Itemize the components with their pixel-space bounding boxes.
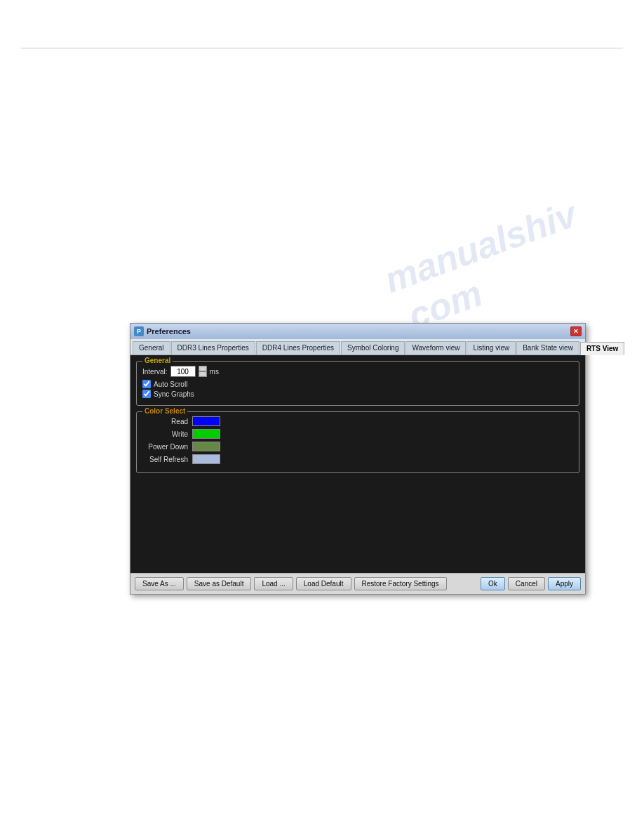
color-powerdown-label: Power Down <box>142 443 188 451</box>
auto-scroll-checkbox[interactable] <box>142 380 151 388</box>
auto-scroll-label: Auto Scroll <box>154 380 187 388</box>
general-group-label: General <box>142 357 173 364</box>
cancel-button[interactable]: Cancel <box>508 577 545 590</box>
tab-rtsview[interactable]: RTS View <box>580 342 624 355</box>
color-write-swatch[interactable] <box>192 429 220 439</box>
restore-button[interactable]: Restore Factory Settings <box>354 577 447 590</box>
tab-symbol[interactable]: Symbol Coloring <box>341 341 405 355</box>
color-read-label: Read <box>142 418 188 425</box>
tab-ddr3[interactable]: DDR3 Lines Properties <box>171 341 255 355</box>
color-powerdown-swatch[interactable] <box>192 442 220 451</box>
horizontal-divider <box>21 48 623 48</box>
interval-label: Interval: <box>142 368 168 376</box>
spin-up-button[interactable]: ▲ <box>199 366 207 371</box>
color-powerdown-row: Power Down <box>142 442 573 451</box>
dialog-footer: Save As ... Save as Default Load ... Loa… <box>130 573 585 594</box>
preferences-dialog: P Preferences ✕ General DDR3 Lines Prope… <box>130 323 586 595</box>
tab-ddr4[interactable]: DDR4 Lines Properties <box>256 341 340 355</box>
watermark: manualshiv.com <box>379 193 596 341</box>
color-read-swatch[interactable] <box>192 416 220 426</box>
interval-row: Interval: ▲ ▼ ms <box>142 366 573 377</box>
ok-button[interactable]: Ok <box>481 577 505 590</box>
tab-general[interactable]: General <box>133 341 170 355</box>
general-group: General Interval: ▲ ▼ ms Auto Scroll Syn… <box>136 361 579 406</box>
save-as-button[interactable]: Save As ... <box>135 577 184 590</box>
color-group-label: Color Select <box>142 407 187 415</box>
sync-graphs-checkbox[interactable] <box>142 390 151 398</box>
spin-down-button[interactable]: ▼ <box>199 371 207 377</box>
interval-unit: ms <box>210 368 219 376</box>
sync-graphs-label: Sync Graphs <box>154 390 194 398</box>
apply-button[interactable]: Apply <box>548 577 581 590</box>
save-as-default-button[interactable]: Save as Default <box>187 577 252 590</box>
app-icon: P <box>134 326 144 336</box>
color-selfrefresh-row: Self Refresh <box>142 454 573 464</box>
sync-graphs-row: Sync Graphs <box>142 390 573 398</box>
interval-input[interactable] <box>170 366 196 377</box>
interval-spinner[interactable]: ▲ ▼ <box>199 366 207 377</box>
auto-scroll-row: Auto Scroll <box>142 380 573 388</box>
dialog-content: General Interval: ▲ ▼ ms Auto Scroll Syn… <box>130 355 585 573</box>
color-selfrefresh-label: Self Refresh <box>142 456 188 463</box>
tab-waveform[interactable]: Waveform view <box>405 341 466 355</box>
title-bar: P Preferences ✕ <box>130 324 585 339</box>
color-selfrefresh-swatch[interactable] <box>192 454 220 464</box>
tab-bankstate[interactable]: Bank State view <box>516 341 579 355</box>
tab-listing[interactable]: Listing view <box>467 341 516 355</box>
color-select-group: Color Select Read Write Power Down Self … <box>136 411 579 473</box>
close-button[interactable]: ✕ <box>570 326 582 336</box>
load-button[interactable]: Load ... <box>254 577 293 590</box>
color-write-row: Write <box>142 429 573 439</box>
tabs-bar: General DDR3 Lines Properties DDR4 Lines… <box>130 339 585 355</box>
color-write-label: Write <box>142 430 188 438</box>
color-read-row: Read <box>142 416 573 426</box>
dialog-title: Preferences <box>147 327 191 336</box>
load-default-button[interactable]: Load Default <box>296 577 351 590</box>
title-bar-left: P Preferences <box>134 326 191 336</box>
